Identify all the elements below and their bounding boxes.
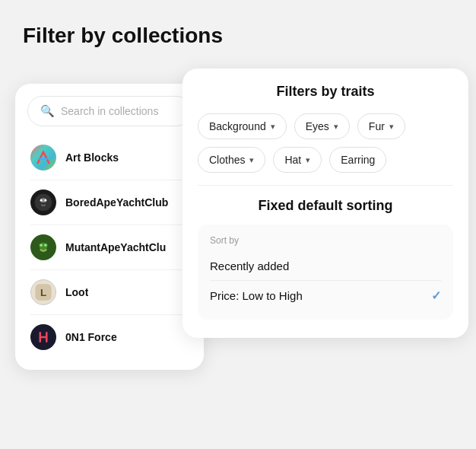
trait-row-2: Clothes ▾ Hat ▾ Earring [198,147,453,173]
search-bar[interactable]: 🔍 Search in collections [27,96,192,126]
list-item[interactable]: BoredApeYachtClub [27,182,192,223]
chevron-down-icon: ▾ [249,155,254,165]
check-icon: ✓ [431,288,441,303]
svg-point-1 [40,199,43,202]
sort-option-label: Price: Low to High [210,289,303,302]
trait-pill-fur[interactable]: Fur ▾ [357,113,405,139]
avatar [30,324,56,350]
trait-label: Clothes [209,154,245,166]
list-item[interactable]: L Loot [27,272,192,313]
avatar [30,189,56,215]
svg-text:L: L [40,287,46,298]
list-item[interactable]: Art Blocks [27,137,192,178]
collection-name: Loot [65,286,88,298]
page-title: Filter by collections [23,23,223,49]
list-item[interactable]: 0N1 Force [27,317,192,358]
filters-card: Filters by traits Background ▾ Eyes ▾ Fu… [182,68,468,338]
sort-option-price-low-high[interactable]: Price: Low to High ✓ [210,282,441,309]
divider [30,269,189,270]
trait-pill-earring[interactable]: Earring [329,147,386,173]
avatar: L [30,279,56,305]
sort-card: Sort by Recently added Price: Low to Hig… [198,224,453,320]
avatar [30,234,56,260]
trait-pill-clothes[interactable]: Clothes ▾ [198,147,265,173]
search-icon: 🔍 [40,104,55,118]
collection-name: Art Blocks [65,151,119,164]
chevron-down-icon: ▾ [271,122,275,132]
trait-label: Earring [341,154,375,166]
list-item[interactable]: MutantApeYachtClu [27,227,192,268]
title-section: Filter by collections [23,23,223,49]
divider [30,224,189,225]
trait-label: Background [209,120,266,132]
sort-option-label: Recently added [210,260,289,272]
collection-name: BoredApeYachtClub [65,196,168,209]
sort-option-recently-added[interactable]: Recently added [210,253,441,279]
svg-point-5 [44,244,46,246]
trait-label: Eyes [306,120,329,132]
divider [30,314,189,315]
trait-label: Fur [369,120,385,132]
filters-title: Filters by traits [198,84,453,100]
divider [30,180,189,180]
sort-divider [210,280,441,281]
svg-point-2 [44,199,46,202]
trait-row-1: Background ▾ Eyes ▾ Fur ▾ [198,113,453,139]
chevron-down-icon: ▾ [306,155,310,165]
sorting-title: Fixed default sorting [198,198,453,214]
sort-by-label: Sort by [210,235,441,246]
collection-list: Art Blocks BoredApeYachtClub [27,137,192,358]
collections-card: 🔍 Search in collections Art Blocks [15,84,204,370]
collection-name: MutantApeYachtClu [65,241,166,253]
chevron-down-icon: ▾ [334,122,338,132]
avatar [30,145,56,170]
chevron-down-icon: ▾ [389,122,394,132]
trait-label: Hat [284,154,301,166]
collection-name: 0N1 Force [65,331,117,343]
trait-pill-background[interactable]: Background ▾ [198,113,287,139]
section-divider [198,185,453,186]
trait-pill-hat[interactable]: Hat ▾ [273,147,322,173]
search-placeholder-text: Search in collections [61,105,158,117]
trait-pill-eyes[interactable]: Eyes ▾ [294,113,350,139]
svg-point-4 [40,244,42,246]
